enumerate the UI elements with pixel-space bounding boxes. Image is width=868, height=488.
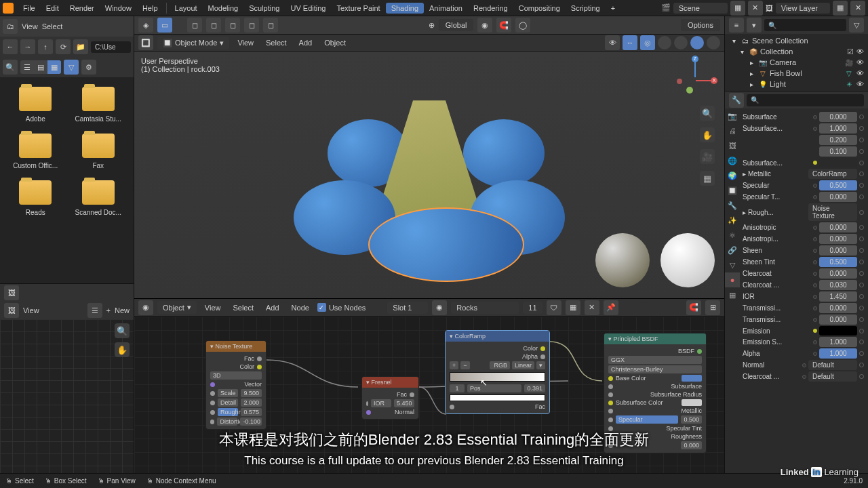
keyframe-icon[interactable] (859, 363, 864, 367)
property-link[interactable]: Default (808, 371, 857, 382)
ptab-render-icon[interactable]: 📷 (725, 108, 740, 123)
viewlayer-close-button[interactable]: ✕ (850, 1, 865, 16)
unlink-material-icon[interactable]: ✕ (585, 300, 599, 315)
fakeuser-icon[interactable]: 🛡 (547, 300, 561, 315)
ptab-data-icon[interactable]: ▽ (725, 258, 740, 272)
property-value[interactable]: 0.500 (819, 180, 857, 190)
keyframe-icon[interactable] (859, 283, 864, 287)
tab-compositing[interactable]: Compositing (513, 4, 566, 12)
keyframe-icon[interactable] (859, 149, 864, 154)
keyframe-icon[interactable] (859, 225, 864, 230)
property-link[interactable]: Noise Texture (808, 203, 857, 221)
image-plus-icon[interactable]: + (106, 306, 111, 314)
nav-refresh-button[interactable]: ⟳ (56, 39, 71, 54)
nav-newfolder-button[interactable]: 📁 (73, 39, 88, 54)
keyframe-icon[interactable] (859, 317, 864, 322)
viewlayer-selector[interactable]: View Layer (776, 3, 830, 14)
ptab-scene-icon[interactable]: 🌐 (725, 153, 740, 168)
keyframe-icon[interactable] (859, 294, 864, 299)
property-value[interactable]: 0.200 (819, 135, 857, 145)
menu-window[interactable]: Window (100, 4, 137, 12)
tab-modeling[interactable]: Modeling (203, 4, 244, 12)
tree-light[interactable]: ▸💡Light ☀👁 (728, 79, 865, 89)
keyframe-icon[interactable] (859, 340, 864, 344)
tab-uvediting[interactable]: UV Editing (285, 4, 331, 12)
image-canvas[interactable]: 🔍 ✋ (0, 319, 134, 473)
colorramp-gradient[interactable] (450, 372, 545, 382)
tab-rendering[interactable]: Rendering (468, 4, 513, 12)
keyframe-icon[interactable] (859, 210, 864, 215)
image-editor-type-icon[interactable]: 🖼 (4, 285, 19, 300)
outliner-display-icon[interactable]: ▾ (747, 18, 762, 33)
ramp-menu-icon[interactable]: ▾ (536, 361, 545, 369)
keyframe-icon[interactable] (859, 271, 864, 276)
property-value[interactable]: 0.000 (819, 314, 857, 325)
material-users[interactable]: 11 (523, 302, 542, 314)
property-value[interactable]: 0.000 (819, 303, 857, 313)
overlay-icon[interactable]: ◎ (640, 35, 655, 50)
menu-file[interactable]: File (18, 4, 41, 12)
folder-item[interactable]: Adobe (5, 83, 66, 127)
zoom-icon[interactable]: 🔍 (700, 106, 715, 121)
viewlayer-browse-button[interactable]: ▦ (833, 1, 848, 16)
node-noise-texture[interactable]: ▾ Noise Texture Fac Color 3D Vector Scal… (205, 340, 267, 430)
pan-icon[interactable]: ✋ (700, 127, 715, 142)
snap-toggle-icon[interactable]: 🧲 (496, 18, 511, 33)
hamburger-icon[interactable]: ☰ (87, 303, 102, 318)
add-workspace-button[interactable]: + (606, 4, 620, 12)
snap-c-icon[interactable]: ◻ (225, 18, 240, 33)
folder-item[interactable]: Camtasia Stu... (68, 83, 129, 127)
property-value[interactable]: 0.500 (819, 257, 857, 267)
ramp-handle-index[interactable]: 1 (450, 384, 465, 392)
ptab-viewlayer-icon[interactable]: 🖼 (725, 138, 740, 153)
scene-selector[interactable]: Scene (673, 3, 728, 14)
scene-browse-button[interactable]: ▦ (730, 1, 745, 16)
keyframe-icon[interactable] (859, 183, 864, 188)
3d-viewport[interactable]: User Perspective (1) Collection | rock.0… (134, 52, 724, 298)
nav-gizmo[interactable]: Z X (677, 58, 715, 96)
property-value[interactable]: 1.000 (819, 337, 857, 347)
select-tool-icon[interactable]: ▭ (157, 18, 172, 33)
tab-sculpting[interactable]: Sculpting (243, 4, 285, 12)
camera-view-icon[interactable]: 🎥 (700, 149, 715, 164)
search-icon[interactable]: 🔍 (3, 60, 18, 75)
snap-e-icon[interactable]: ◻ (263, 18, 278, 33)
view-grid-icon[interactable]: ▦ (47, 60, 61, 74)
menu-help[interactable]: Help (137, 4, 163, 12)
outliner-search[interactable]: 🔍 (764, 19, 846, 31)
keyframe-icon[interactable] (859, 126, 864, 131)
use-nodes-checkbox[interactable]: ✓Use Nodes (317, 303, 366, 312)
property-link[interactable]: Default (808, 360, 857, 370)
ramp-mode-rgb[interactable]: RGB (490, 361, 510, 369)
nav-forward-button[interactable]: → (20, 39, 35, 54)
tab-shading[interactable]: Shading (386, 3, 424, 14)
tab-texturepaint[interactable]: Texture Paint (331, 4, 385, 12)
ptab-world-icon[interactable]: 🌍 (725, 168, 740, 183)
filebrowser-view-menu[interactable]: View (22, 22, 38, 30)
tab-animation[interactable]: Animation (424, 4, 468, 12)
node-overlay-icon[interactable]: ⊞ (705, 300, 720, 315)
keyframe-icon[interactable] (859, 237, 864, 241)
keyframe-icon[interactable] (859, 115, 864, 119)
path-input[interactable]: C:\Use (91, 41, 131, 53)
chevron-right-icon[interactable]: ▸ (743, 170, 746, 178)
perspective-icon[interactable]: ▦ (700, 171, 715, 186)
scene-close-button[interactable]: ✕ (748, 1, 763, 16)
property-value[interactable]: 0.000 (819, 112, 857, 122)
node-select-menu[interactable]: Select (229, 304, 258, 312)
tab-layout[interactable]: Layout (170, 4, 203, 12)
filebrowser-editor-icon[interactable]: 🗂 (3, 19, 18, 34)
viewport-object-menu[interactable]: Object (320, 39, 350, 47)
property-link[interactable]: ColorRamp (808, 169, 857, 179)
propedit-icon[interactable]: ◯ (515, 18, 530, 33)
property-value[interactable]: 1.000 (819, 123, 857, 134)
props-search[interactable]: 🔍 (747, 94, 864, 106)
nav-up-button[interactable]: ↑ (38, 39, 53, 54)
color-swatch[interactable] (819, 326, 857, 336)
ptab-texture-icon[interactable]: ▦ (725, 287, 740, 302)
folder-item[interactable]: Custom Offic... (5, 129, 66, 174)
rendered-shade-icon[interactable] (707, 36, 720, 49)
img-zoom-icon[interactable]: 🔍 (115, 323, 130, 338)
ptab-material-icon[interactable]: ● (725, 272, 740, 287)
keyframe-icon[interactable] (859, 138, 864, 142)
